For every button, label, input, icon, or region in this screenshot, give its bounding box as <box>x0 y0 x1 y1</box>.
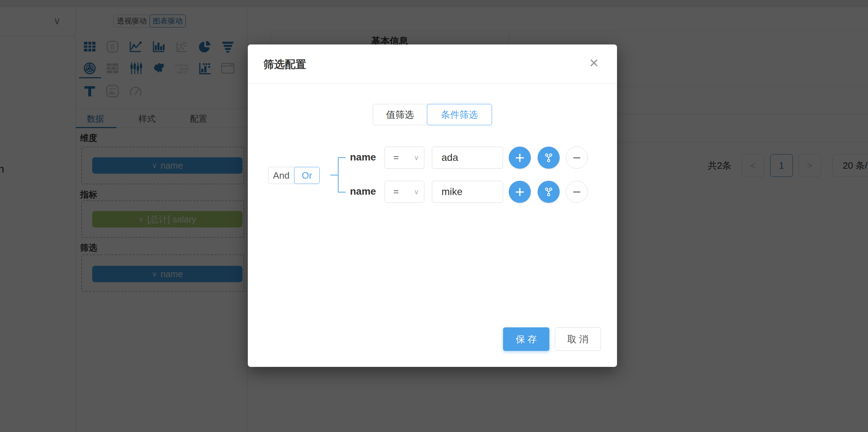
operator-select[interactable]: = ∨ <box>385 147 424 169</box>
operator-value: = <box>393 152 399 163</box>
operator-select[interactable]: = ∨ <box>385 181 424 203</box>
cancel-button[interactable]: 取 消 <box>555 327 601 351</box>
logic-connector-line <box>330 175 338 175</box>
modal-header: 筛选配置 ✕ <box>248 44 617 84</box>
condition-value-input[interactable] <box>432 147 503 169</box>
modal-title: 筛选配置 <box>263 57 306 72</box>
save-button[interactable]: 保 存 <box>503 327 549 351</box>
branch-icon <box>543 186 554 197</box>
remove-condition-button[interactable]: − <box>566 147 588 169</box>
chevron-down-icon: ∨ <box>414 188 419 196</box>
screen: ∨ n 透视驱动 图表驱动 8 <box>0 0 868 432</box>
operator-value: = <box>393 186 399 197</box>
filter-config-modal: 筛选配置 ✕ 值筛选 条件筛选 And Or name = ∨ + <box>248 44 617 367</box>
condition-value-input[interactable] <box>432 181 503 203</box>
add-condition-button[interactable]: + <box>509 181 531 203</box>
tab-value-filter[interactable]: 值筛选 <box>373 104 427 125</box>
close-icon[interactable]: ✕ <box>589 56 599 70</box>
plus-icon: + <box>515 182 525 201</box>
condition-row: name = ∨ + − <box>248 147 617 169</box>
modal-footer: 保 存 取 消 <box>248 327 617 351</box>
chevron-down-icon: ∨ <box>414 153 419 162</box>
minus-icon: − <box>572 150 581 166</box>
add-subgroup-button[interactable] <box>538 147 560 169</box>
condition-row: name = ∨ + − <box>248 181 617 203</box>
minus-icon: − <box>572 184 581 200</box>
tab-condition-filter[interactable]: 条件筛选 <box>427 104 492 125</box>
remove-condition-button[interactable]: − <box>566 181 588 203</box>
branch-icon <box>543 152 554 163</box>
logic-or-button[interactable]: Or <box>294 167 320 184</box>
filter-mode-tabs: 值筛选 条件筛选 <box>373 104 492 125</box>
plus-icon: + <box>515 148 525 167</box>
condition-field-label: name <box>350 152 376 163</box>
add-subgroup-button[interactable] <box>538 181 560 203</box>
add-condition-button[interactable]: + <box>509 147 531 169</box>
condition-field-label: name <box>350 186 376 197</box>
